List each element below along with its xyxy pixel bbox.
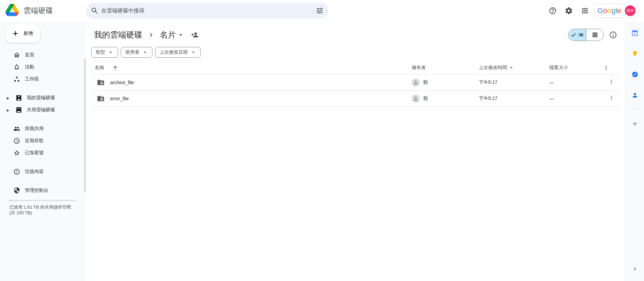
chip-label: 類型 bbox=[96, 49, 105, 55]
chevron-right-icon bbox=[147, 31, 155, 39]
svg-text:31: 31 bbox=[633, 32, 636, 35]
chevron-down-icon bbox=[190, 49, 196, 55]
search-wrap bbox=[86, 3, 543, 19]
search-bar bbox=[86, 3, 328, 19]
size-text: — bbox=[549, 80, 554, 85]
more-icon[interactable] bbox=[608, 79, 614, 85]
table-header: 名稱 擁有者 上次修改時間 檔案大小 bbox=[91, 61, 620, 74]
table-row[interactable]: error_file 我 下午5:17 — bbox=[91, 91, 620, 107]
sidebar-item-admin[interactable]: 管理控制台 bbox=[5, 185, 81, 196]
breadcrumb-current[interactable]: 名片 bbox=[157, 28, 187, 42]
sidebar-item-label: 近期存取 bbox=[25, 138, 44, 144]
sidebar-item-shareddrives[interactable]: ▶ 共用雲端硬碟 bbox=[5, 105, 81, 115]
new-button[interactable]: 新增 bbox=[5, 24, 40, 43]
header: 雲端硬碟 bbox=[0, 0, 644, 21]
drive-logo-icon bbox=[5, 3, 20, 18]
sidebar-item-label: 已加星號 bbox=[25, 150, 44, 156]
main: 我的雲端硬碟 名片 bbox=[86, 21, 625, 281]
sidebar-item-label: 與我共用 bbox=[25, 126, 44, 132]
chevron-down-icon bbox=[177, 32, 184, 38]
sidebar-item-mydrive[interactable]: ▶ 我的雲端硬碟 bbox=[5, 93, 81, 103]
arrow-up-icon bbox=[112, 65, 118, 71]
chevron-right-icon: ▶ bbox=[7, 108, 11, 112]
owner-avatar-icon bbox=[412, 78, 420, 87]
size-text: — bbox=[549, 96, 554, 101]
share-folder-button[interactable] bbox=[189, 29, 201, 41]
list-view-button[interactable] bbox=[568, 29, 586, 41]
avatar: 田中 bbox=[625, 5, 636, 16]
rail-keep[interactable] bbox=[628, 47, 642, 60]
breadcrumb: 我的雲端硬碟 名片 bbox=[91, 27, 620, 43]
chevron-right-icon: ▶ bbox=[7, 96, 11, 100]
file-name: error_file bbox=[110, 96, 129, 101]
sidebar-item-activity[interactable]: 活動 bbox=[5, 62, 81, 72]
side-panel: 31 bbox=[625, 21, 644, 281]
info-button[interactable] bbox=[606, 28, 620, 42]
sidebar-item-trash[interactable]: 垃圾內容 bbox=[5, 166, 81, 177]
storage-section: 已使用 1.61 TB 的共用儲存空間 (共 150 TB) bbox=[5, 197, 81, 219]
col-header-label: 上次修改時間 bbox=[479, 65, 507, 71]
search-input[interactable] bbox=[101, 8, 313, 14]
scrollbar-indicator[interactable] bbox=[84, 58, 86, 192]
home-icon bbox=[13, 52, 20, 58]
search-options-button[interactable] bbox=[313, 4, 326, 17]
workspaces-icon bbox=[13, 76, 20, 82]
search-button[interactable] bbox=[88, 4, 101, 17]
col-header-name[interactable]: 名稱 bbox=[91, 65, 412, 71]
filter-bar: 類型 使用者 上次修改日期 bbox=[91, 43, 620, 61]
storage-bar bbox=[9, 200, 77, 201]
gear-icon bbox=[565, 7, 573, 15]
account-switcher[interactable]: Google 田中 bbox=[594, 4, 639, 18]
new-button-label: 新增 bbox=[24, 31, 33, 37]
rail-collapse[interactable] bbox=[628, 262, 642, 276]
col-header-size[interactable]: 檔案大小 bbox=[549, 65, 603, 71]
settings-button[interactable] bbox=[562, 4, 576, 17]
col-header-owner[interactable]: 擁有者 bbox=[412, 65, 479, 71]
apps-grid-icon bbox=[581, 7, 589, 15]
sidebar-item-label: 工作區 bbox=[25, 76, 39, 82]
modified-text: 下午5:17 bbox=[479, 79, 497, 86]
breadcrumb-root[interactable]: 我的雲端硬碟 bbox=[91, 28, 145, 42]
bell-icon bbox=[13, 64, 20, 70]
sidebar-item-starred[interactable]: 已加星號 bbox=[5, 148, 81, 158]
sidebar-item-home[interactable]: 首頁 bbox=[5, 50, 81, 60]
rail-tasks[interactable] bbox=[628, 68, 642, 81]
sidebar-item-label: 管理控制台 bbox=[25, 187, 48, 193]
sidebar-item-shared[interactable]: 與我共用 bbox=[5, 123, 81, 134]
owner-text: 我 bbox=[423, 79, 428, 86]
table-row[interactable]: archive_file 我 下午5:17 — bbox=[91, 74, 620, 91]
filter-type[interactable]: 類型 bbox=[91, 47, 118, 58]
check-icon bbox=[570, 32, 577, 38]
rail-calendar[interactable]: 31 bbox=[628, 26, 642, 40]
svg-rect-2 bbox=[632, 31, 637, 32]
breadcrumb-current-label: 名片 bbox=[160, 30, 176, 40]
plus-icon bbox=[11, 30, 19, 38]
svg-text:Google: Google bbox=[597, 7, 621, 15]
brand[interactable]: 雲端硬碟 bbox=[5, 3, 83, 18]
rail-contacts[interactable] bbox=[628, 89, 642, 102]
view-toggle bbox=[568, 29, 604, 41]
shareddrives-icon bbox=[15, 107, 22, 113]
sidebar-item-workspaces[interactable]: 工作區 bbox=[5, 74, 81, 85]
table-body: archive_file 我 下午5:17 — error_file bbox=[91, 74, 620, 107]
header-actions: Google 田中 bbox=[546, 4, 639, 18]
col-header-menu[interactable] bbox=[603, 65, 620, 71]
rail-get-addons[interactable] bbox=[628, 117, 642, 130]
more-icon[interactable] bbox=[608, 95, 614, 101]
person-add-icon bbox=[191, 31, 198, 39]
col-header-modified[interactable]: 上次修改時間 bbox=[479, 65, 549, 71]
spam-icon bbox=[13, 168, 20, 175]
support-button[interactable] bbox=[546, 4, 559, 17]
grid-view-button[interactable] bbox=[586, 29, 603, 41]
owner-text: 我 bbox=[423, 96, 428, 102]
star-icon bbox=[13, 150, 20, 156]
filter-people[interactable]: 使用者 bbox=[121, 47, 152, 58]
sidebar: 新增 首頁 活動 工作區 ▶ 我的雲端硬碟 ▶ bbox=[0, 21, 86, 281]
storage-text: 已使用 1.61 TB 的共用儲存空間 (共 150 TB) bbox=[9, 205, 77, 216]
sidebar-item-recent[interactable]: 近期存取 bbox=[5, 135, 81, 146]
chip-label: 上次修改日期 bbox=[159, 49, 188, 55]
apps-button[interactable] bbox=[578, 4, 592, 17]
col-header-label: 名稱 bbox=[95, 65, 104, 71]
filter-modified[interactable]: 上次修改日期 bbox=[155, 47, 201, 58]
list-icon bbox=[578, 32, 584, 38]
